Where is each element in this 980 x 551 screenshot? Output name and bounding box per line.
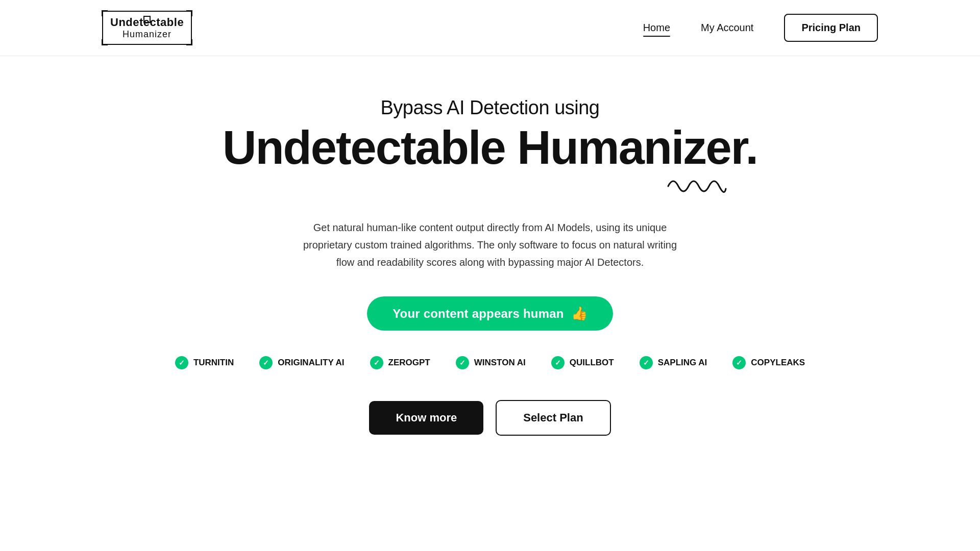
logo-line2: Humanizer [122, 29, 172, 40]
hero-title: Undetectable Humanizer. [223, 124, 757, 171]
detector-item-originality: ✓ORIGINALITY AI [259, 356, 344, 369]
hero-title-block: Undetectable Humanizer. [223, 124, 757, 198]
detector-label-turnitin: TURNITIN [193, 358, 234, 368]
check-icon-originality: ✓ [259, 356, 273, 369]
check-icon-quillbot: ✓ [551, 356, 565, 369]
cta-badge[interactable]: Your content appears human 👍 [367, 296, 613, 331]
logo[interactable]: Undetectable Humanizer [102, 11, 192, 45]
cta-badge-text: Your content appears human [393, 307, 564, 321]
squiggle-decoration [666, 171, 727, 196]
detector-item-zerogpt: ✓ZEROGPT [370, 356, 430, 369]
hero-subtitle: Bypass AI Detection using [381, 97, 600, 119]
main-nav: Home My Account Pricing Plan [643, 14, 878, 42]
detector-label-copyleaks: COPYLEAKS [751, 358, 805, 368]
hero-section: Bypass AI Detection using Undetectable H… [0, 56, 980, 466]
check-icon-copyleaks: ✓ [732, 356, 746, 369]
logo-line1: Undetectable [110, 16, 184, 29]
site-header: Undetectable Humanizer Home My Account P… [0, 0, 980, 56]
know-more-button[interactable]: Know more [369, 401, 483, 435]
check-icon-sapling: ✓ [640, 356, 653, 369]
detector-item-sapling: ✓SAPLING AI [640, 356, 707, 369]
detector-label-quillbot: QUILLBOT [570, 358, 614, 368]
nav-account[interactable]: My Account [701, 22, 753, 34]
detector-label-originality: ORIGINALITY AI [278, 358, 344, 368]
hero-description: Get natural human-like content output di… [299, 219, 681, 271]
detector-label-winston: WINSTON AI [474, 358, 526, 368]
nav-home[interactable]: Home [643, 22, 670, 34]
detector-list: ✓TURNITIN✓ORIGINALITY AI✓ZEROGPT✓WINSTON… [175, 356, 805, 369]
detector-item-copyleaks: ✓COPYLEAKS [732, 356, 805, 369]
select-plan-button[interactable]: Select Plan [496, 400, 610, 436]
detector-label-zerogpt: ZEROGPT [388, 358, 430, 368]
action-buttons: Know more Select Plan [369, 400, 610, 436]
check-icon-winston: ✓ [456, 356, 469, 369]
detector-item-winston: ✓WINSTON AI [456, 356, 526, 369]
detector-item-turnitin: ✓TURNITIN [175, 356, 234, 369]
pricing-plan-button[interactable]: Pricing Plan [784, 14, 878, 42]
check-icon-zerogpt: ✓ [370, 356, 383, 369]
detector-label-sapling: SAPLING AI [658, 358, 707, 368]
thumbs-up-icon: 👍 [571, 306, 587, 321]
check-icon-turnitin: ✓ [175, 356, 188, 369]
detector-item-quillbot: ✓QUILLBOT [551, 356, 614, 369]
